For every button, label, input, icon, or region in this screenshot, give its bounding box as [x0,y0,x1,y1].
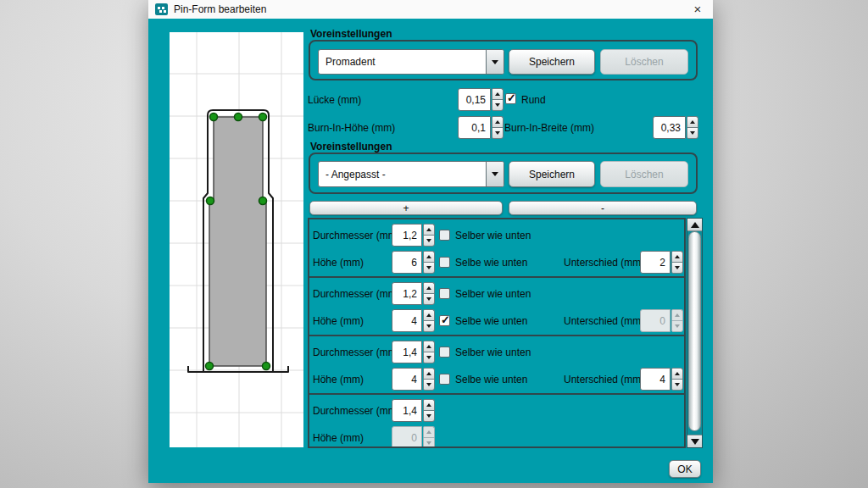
height-spinner[interactable]: 4 [392,309,435,332]
diameter-value[interactable]: 1,2 [392,224,422,247]
scroll-down-icon[interactable] [687,435,702,447]
burn-in-height-value[interactable]: 0,1 [458,116,491,139]
diameter-label: Durchmesser (mm) [313,230,400,241]
burn-in-width-value[interactable]: 0,33 [653,116,686,139]
diameter-spinner[interactable]: 1,2 [392,282,435,305]
preset-list-combobox-value: - Angepasst - [319,162,486,186]
chevron-down-icon[interactable] [486,50,504,74]
spin-down-icon [671,320,683,332]
spin-down-icon[interactable] [423,352,435,363]
diameter-spinner[interactable]: 1,2 [392,224,435,247]
gap-value[interactable]: 0,15 [458,88,491,111]
preset-top-combobox[interactable]: Promadent [318,49,504,75]
same-height-checkbox[interactable] [439,374,450,385]
same-height-label: Selbe wie unten [455,315,527,327]
pin-preview-canvas[interactable] [170,32,303,447]
add-segment-button[interactable]: + [309,201,503,215]
spin-up-icon[interactable] [492,116,504,127]
difference-spinner[interactable]: 2 [640,251,683,274]
same-diameter-checkbox[interactable] [439,288,450,299]
same-height-label: Selbe wie unten [455,257,527,269]
scrollbar-thumb[interactable] [688,231,701,431]
height-value[interactable]: 4 [392,309,422,332]
diameter-value[interactable]: 1,4 [392,399,422,422]
spin-down-icon[interactable] [423,293,435,305]
same-diameter-label: Selber wie unten [455,347,531,358]
height-spinner[interactable]: 6 [392,251,435,274]
spin-down-icon[interactable] [492,99,504,111]
diameter-label: Durchmesser (mm) [313,405,400,417]
burn-in-height-spinner[interactable]: 0,1 [458,116,504,139]
difference-spinner[interactable]: 4 [640,368,683,391]
close-icon[interactable]: × [689,1,706,18]
spin-up-icon[interactable] [423,309,435,320]
spin-up-icon[interactable] [423,282,435,293]
control-point[interactable] [206,363,214,370]
difference-label: Unterschied (mm) [564,257,644,269]
diameter-label: Durchmesser (mm) [313,288,400,300]
preset-list-save-button[interactable]: Speichern [509,161,595,187]
remove-segment-button[interactable]: - [509,201,697,215]
difference-value[interactable]: 4 [640,368,670,391]
spin-up-icon[interactable] [671,368,683,379]
spin-up-icon[interactable] [687,116,698,127]
chevron-down-icon[interactable] [486,162,504,186]
preset-top-legend: Voreinstellungen [310,28,392,40]
spin-down-icon[interactable] [687,127,698,139]
height-spinner[interactable]: 4 [392,368,435,391]
same-height-checkbox[interactable] [439,257,450,268]
ok-button[interactable]: OK [669,460,701,478]
gap-label: Lücke (mm) [308,94,361,106]
round-checkbox[interactable] [505,93,516,104]
diameter-value[interactable]: 1,2 [392,282,422,305]
burn-in-height-label: Burn-In-Höhe (mm) [308,122,395,134]
same-height-label: Selbe wie unten [455,374,527,385]
spin-up-icon[interactable] [423,399,435,410]
scroll-up-icon[interactable] [687,219,702,231]
pin-body-shape [209,117,266,366]
spin-down-icon[interactable] [423,410,435,422]
difference-label: Unterschied (mm) [564,315,644,327]
segment-row: Durchmesser (mm) 1,4 Selber wie unten Hö… [309,336,684,395]
spin-up-icon[interactable] [492,88,504,99]
burn-in-width-spinner[interactable]: 0,33 [653,116,698,139]
control-point[interactable] [210,114,218,121]
spin-down-icon[interactable] [492,127,504,139]
height-value[interactable]: 4 [392,368,422,391]
spin-up-icon[interactable] [423,341,435,352]
control-point[interactable] [263,363,270,370]
diameter-spinner[interactable]: 1,4 [392,341,435,363]
preset-list-delete-button: Löschen [600,161,688,187]
same-height-checkbox[interactable] [439,315,450,326]
spin-up-icon[interactable] [671,251,683,262]
spin-down-icon[interactable] [423,262,435,274]
spin-up-icon[interactable] [423,368,435,379]
gap-spinner[interactable]: 0,15 [458,88,504,111]
preset-list-combobox[interactable]: - Angepasst - [318,161,504,187]
preset-top-save-button[interactable]: Speichern [509,49,595,75]
segment-list-scrollbar[interactable] [687,218,703,448]
segment-row: Durchmesser (mm) 1,4 Höhe (mm) 0 [309,395,684,446]
spin-up-icon[interactable] [423,224,435,235]
spin-down-icon[interactable] [671,262,683,274]
spin-down-icon[interactable] [423,235,435,247]
spin-down-icon[interactable] [423,379,435,391]
control-point[interactable] [259,114,267,121]
same-diameter-checkbox[interactable] [439,347,450,358]
diameter-spinner[interactable]: 1,4 [392,399,435,422]
spin-down-icon[interactable] [423,320,435,332]
control-point[interactable] [207,197,214,205]
height-label: Höhe (mm) [313,432,364,444]
same-diameter-checkbox[interactable] [439,230,450,241]
round-label: Rund [521,94,546,106]
title-bar[interactable]: Pin-Form bearbeiten × [148,0,713,19]
diameter-value[interactable]: 1,4 [392,341,422,363]
difference-value: 0 [640,309,670,332]
height-value[interactable]: 6 [392,251,422,274]
height-value: 0 [392,426,422,448]
spin-up-icon[interactable] [423,251,435,262]
control-point[interactable] [259,197,267,205]
control-point[interactable] [235,114,242,121]
spin-down-icon[interactable] [671,379,683,391]
difference-value[interactable]: 2 [640,251,670,274]
